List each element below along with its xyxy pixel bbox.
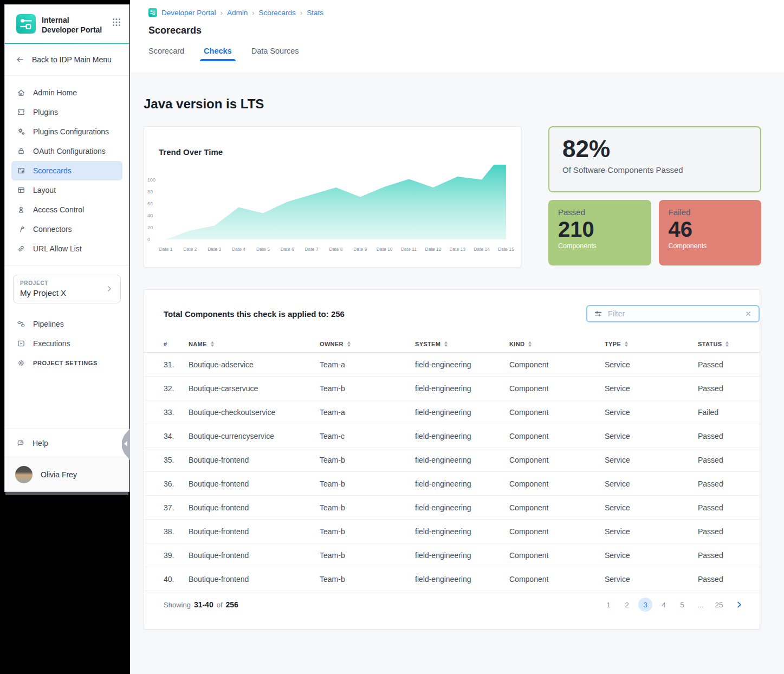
x-tick-label: Date 15 — [494, 247, 519, 252]
y-tick-label: 0 — [147, 237, 163, 242]
tab-scorecard[interactable]: Scorecard — [148, 47, 184, 61]
page-button-1[interactable]: 1 — [601, 598, 615, 612]
cell-kind: Component — [509, 503, 605, 512]
sidebar-item-label: Pipelines — [33, 320, 64, 328]
cell-owner: Team-b — [320, 479, 415, 488]
breadcrumb-link-stats[interactable]: Stats — [307, 9, 323, 17]
table-row[interactable]: 33. Boutique-checkoutservice Team-a fiel… — [144, 400, 760, 424]
sidebar-item-access-control[interactable]: Access Control — [11, 200, 122, 219]
sidebar-item-label: PROJECT SETTINGS — [33, 360, 98, 366]
breadcrumb-link-admin[interactable]: Admin — [227, 9, 248, 17]
percent-caption: Of Software Components Passed — [562, 165, 747, 174]
sidebar-item-connectors[interactable]: Connectors — [11, 219, 122, 239]
sidebar-column: Internal Developer Portal Back — [0, 0, 130, 674]
chart-title: Trend Over Time — [159, 147, 223, 157]
breadcrumb-separator: › — [300, 9, 302, 17]
sidebar-item-scorecards[interactable]: Scorecards — [11, 161, 122, 180]
sidebar-item-plugins-configurations[interactable]: Plugins Configurations — [11, 122, 122, 141]
tab-checks[interactable]: Checks — [204, 47, 232, 61]
breadcrumb-link-scorecards[interactable]: Scorecards — [259, 9, 296, 17]
table-row[interactable]: 39. Boutique-frontend Team-b field-engin… — [144, 543, 760, 567]
column-header-kind[interactable]: KIND — [509, 341, 605, 347]
cell-type: Service — [605, 575, 698, 584]
user-menu[interactable]: Olivia Frey — [5, 457, 129, 491]
table-row[interactable]: 38. Boutique-frontend Team-b field-engin… — [144, 520, 760, 543]
column-header-name[interactable]: NAME — [189, 341, 320, 347]
sidebar-item-label: Access Control — [33, 205, 84, 214]
cell-num: 40. — [164, 575, 189, 584]
back-to-idp-main-menu[interactable]: Back to IDP Main Menu — [5, 44, 129, 76]
app-grid-icon[interactable] — [112, 14, 121, 29]
table-row[interactable]: 36. Boutique-frontend Team-b field-engin… — [144, 472, 760, 496]
column-header-system[interactable]: SYSTEM — [415, 341, 509, 347]
cell-status: Passed — [698, 503, 760, 512]
cell-system: field-engineering — [415, 527, 509, 536]
sort-icon — [725, 341, 729, 347]
cell-num: 39. — [164, 551, 189, 560]
next-page-button[interactable] — [735, 600, 743, 609]
cell-name: Boutique-frontend — [189, 551, 320, 560]
cell-name: Boutique-checkoutservice — [189, 408, 320, 417]
cell-type: Service — [605, 360, 698, 369]
table-row[interactable]: 35. Boutique-frontend Team-b field-engin… — [144, 448, 760, 472]
sidebar-item-project-settings[interactable]: PROJECT SETTINGS — [11, 353, 122, 373]
table-row[interactable]: 37. Boutique-frontend Team-b field-engin… — [144, 496, 760, 520]
scorecard-icon — [17, 166, 25, 175]
sidebar-item-executions[interactable]: Executions — [11, 334, 122, 353]
column-header-owner[interactable]: OWNER — [320, 341, 415, 347]
cell-name: Boutique-frontend — [189, 503, 320, 512]
sidebar-item-layout[interactable]: Layout — [11, 180, 122, 200]
components-table-card: Total Components this check is applied t… — [144, 289, 760, 630]
sidebar-item-pipelines[interactable]: Pipelines — [11, 314, 122, 334]
page-button-25[interactable]: 25 — [712, 598, 726, 612]
main-area: Developer Portal › Admin › Scorecards › … — [130, 0, 784, 674]
table-row[interactable]: 40. Boutique-frontend Team-b field-engin… — [144, 567, 760, 591]
cell-kind: Component — [509, 456, 605, 464]
of-label: of — [217, 601, 223, 609]
trend-chart-card: Trend Over Time — [144, 126, 521, 268]
cell-kind: Component — [509, 384, 605, 393]
breadcrumb: Developer Portal › Admin › Scorecards › … — [148, 8, 784, 17]
x-tick-label: Date 5 — [250, 247, 275, 252]
column-header-status[interactable]: STATUS — [698, 341, 760, 347]
failed-label: Failed — [669, 208, 752, 217]
cell-type: Service — [605, 456, 698, 464]
filter-input[interactable] — [608, 309, 739, 318]
page-button-2[interactable]: 2 — [620, 598, 634, 612]
cell-status: Passed — [698, 479, 760, 488]
clear-filter-icon[interactable] — [744, 310, 752, 317]
sidebar-item-admin-home[interactable]: Admin Home — [11, 83, 122, 102]
breadcrumb-link-developer-portal[interactable]: Developer Portal — [161, 9, 216, 17]
sidebar-panel: Internal Developer Portal Back — [4, 4, 129, 492]
cell-num: 37. — [164, 503, 189, 512]
cell-status: Passed — [698, 384, 760, 393]
help-button[interactable]: Help — [5, 429, 129, 457]
table-row[interactable]: 34. Boutique-currencyservice Team-c fiel… — [144, 424, 760, 448]
page-button-3[interactable]: 3 — [638, 598, 652, 612]
page-button-5[interactable]: 5 — [675, 598, 689, 612]
cell-type: Service — [605, 527, 698, 536]
page-ellipsis: ... — [694, 598, 708, 612]
table-row[interactable]: 31. Boutique-adservice Team-a field-engi… — [144, 353, 760, 377]
project-selector[interactable]: PROJECT My Project X — [13, 275, 121, 303]
cell-kind: Component — [509, 408, 605, 417]
sidebar-item-label: Layout — [33, 186, 56, 195]
total-count: 256 — [226, 600, 238, 609]
y-tick-label: 80 — [147, 189, 163, 195]
page-button-4[interactable]: 4 — [657, 598, 671, 612]
table-row[interactable]: 32. Boutique-carservuce Team-b field-eng… — [144, 377, 760, 400]
tab-data-sources[interactable]: Data Sources — [251, 47, 299, 61]
sidebar-item-plugins[interactable]: Plugins — [11, 102, 122, 122]
user-name: Olivia Frey — [41, 470, 77, 479]
cell-name: Boutique-frontend — [189, 527, 320, 536]
help-chat-icon — [16, 439, 25, 448]
sort-icon — [347, 341, 351, 347]
showing-label: Showing — [164, 601, 191, 609]
sidebar-item-oauth-configurations[interactable]: OAuth Configurations — [11, 141, 122, 161]
y-tick-label: 20 — [147, 225, 163, 230]
filter-sliders-icon[interactable] — [594, 309, 602, 318]
y-tick-label: 40 — [147, 213, 163, 218]
cell-name: Boutique-carservuce — [189, 384, 320, 393]
column-header-type[interactable]: TYPE — [605, 341, 698, 347]
sidebar-item-url-allow-list[interactable]: URL Allow List — [11, 239, 122, 258]
